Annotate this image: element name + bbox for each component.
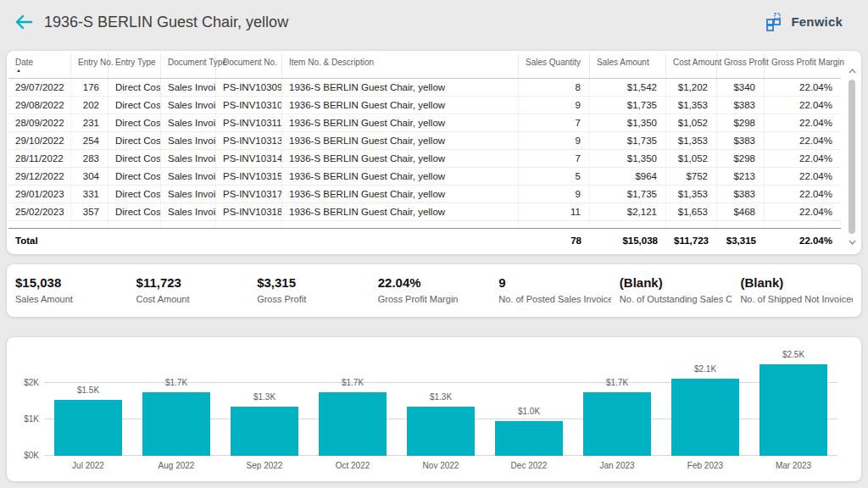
table-row[interactable]: 28/11/2022283Direct CostSales InvoicePS-…	[8, 150, 841, 168]
column-header-document-no[interactable]: Document No.	[216, 53, 282, 78]
bar-group-feb-2023[interactable]: $2.1K	[661, 364, 749, 456]
column-header-gross-profit[interactable]: Gross Profit	[717, 53, 765, 78]
cell-gross-profit-margin: 22.04%	[765, 97, 841, 114]
bar-group-mar-2023[interactable]: $2.5K	[749, 350, 837, 456]
cell-gross-profit-margin: 22.04%	[765, 168, 841, 185]
cell-clipped	[666, 221, 717, 228]
cell-document-type: Sales Invoice	[161, 79, 216, 96]
back-button[interactable]	[11, 9, 36, 35]
column-header-item-no-description[interactable]: Item No. & Description	[282, 53, 519, 78]
table-row[interactable]: 29/10/2022254Direct CostSales InvoicePS-…	[8, 132, 841, 150]
x-axis-label-aug-2022: Aug 2022	[132, 461, 220, 470]
cell-document-no: PS-INV103170	[216, 186, 282, 202]
bar-group-sep-2022[interactable]: $1.3K	[220, 392, 309, 456]
table-row[interactable]: 28/09/2022231Direct CostSales InvoicePS-…	[8, 114, 841, 132]
cell-gross-profit: $298	[717, 150, 765, 167]
x-axis-label-mar-2023: Mar 2023	[749, 461, 837, 470]
bar-data-label: $1.7K	[606, 378, 628, 387]
total-sales-quantity: 78	[519, 229, 590, 252]
column-header-entry-type[interactable]: Entry Type	[108, 53, 161, 78]
cell-gross-profit: $298	[717, 114, 765, 131]
column-header-sales-amount[interactable]: Sales Amount	[590, 53, 666, 78]
bar-oct-2022[interactable]	[319, 392, 387, 456]
bar-data-label: $2.5K	[782, 350, 804, 359]
bar-jul-2022[interactable]	[54, 400, 122, 456]
cell-entry-no: 231	[71, 114, 108, 131]
cell-entry-no: 176	[71, 79, 108, 96]
table-row[interactable]: 29/12/2022304Direct CostSales InvoicePS-…	[8, 168, 841, 186]
cell-date: 29/08/2022	[8, 97, 71, 114]
scrollbar-thumb[interactable]	[849, 80, 855, 234]
sales-amount-bar-chart-card: $0K$1K$2K $1.5K$1.7K$1.3K$1.7K$1.3K$1.0K…	[7, 337, 861, 481]
cell-clipped	[282, 221, 519, 228]
cell-entry-type: Direct Cost	[108, 79, 161, 96]
bar-feb-2023[interactable]	[671, 379, 739, 456]
cell-gross-profit-margin: 22.04%	[765, 203, 841, 220]
cell-document-type: Sales Invoice	[161, 203, 216, 220]
bar-dec-2022[interactable]	[495, 421, 563, 456]
table-scrollbar[interactable]	[847, 66, 857, 247]
cell-item-no-description: 1936-S BERLIN Guest Chair, yellow	[282, 79, 519, 96]
bar-mar-2023[interactable]	[760, 364, 827, 456]
bar-sep-2022[interactable]	[231, 407, 298, 456]
cell-entry-type: Direct Cost	[108, 203, 161, 220]
kpi-no-of-posted-sales-invoices: 9No. of Posted Sales Invoices	[498, 275, 620, 317]
scroll-down-icon[interactable]	[847, 237, 857, 247]
top-bar: 1936-S BERLIN Guest Chair, yellow Fenwic…	[0, 0, 868, 44]
table-row[interactable]: 29/08/2022202Direct CostSales InvoicePS-…	[8, 97, 841, 114]
cell-entry-no: 357	[71, 203, 108, 220]
cell-document-no: PS-INV103117	[216, 114, 282, 131]
cell-document-no: PS-INV103155	[216, 168, 282, 185]
bar-group-aug-2022[interactable]: $1.7K	[132, 378, 220, 456]
bar-group-dec-2022[interactable]: $1.0K	[485, 407, 573, 456]
cell-gross-profit: $383	[717, 186, 765, 202]
column-header-date[interactable]: Date▲	[8, 53, 71, 78]
table-total-row: Total78$15,038$11,723$3,31522.04%	[8, 228, 841, 252]
cell-entry-no: 254	[71, 132, 108, 149]
kpi-value: $15,038	[15, 275, 128, 290]
bar-group-jul-2022[interactable]: $1.5K	[44, 385, 132, 456]
column-header-cost-amount[interactable]: Cost Amount	[666, 53, 717, 78]
scroll-up-icon[interactable]	[847, 66, 857, 76]
kpi-value: 9	[498, 275, 611, 290]
cell-sales-quantity: 9	[519, 97, 590, 114]
cell-clipped	[161, 221, 216, 228]
cell-entry-type: Direct Cost	[108, 114, 161, 131]
cell-clipped	[519, 221, 590, 228]
bar-aug-2022[interactable]	[142, 392, 210, 456]
cell-document-no: PS-INV103104	[216, 97, 282, 114]
bar-group-nov-2022[interactable]: $1.3K	[397, 392, 485, 456]
bar-data-label: $1.7K	[165, 378, 187, 387]
total-cost-amount: $11,723	[666, 229, 717, 252]
cell-sales-quantity: 7	[519, 150, 590, 167]
cell-item-no-description: 1936-S BERLIN Guest Chair, yellow	[282, 168, 519, 185]
cell-document-type: Sales Invoice	[161, 114, 216, 131]
cell-sales-amount: $2,121	[590, 203, 666, 220]
y-tick-label: $1K	[10, 414, 39, 424]
bar-group-oct-2022[interactable]: $1.7K	[309, 378, 397, 456]
column-header-entry-no[interactable]: Entry No.	[71, 53, 108, 78]
cell-gross-profit-margin: 22.04%	[765, 186, 841, 202]
column-header-gross-profit-margin[interactable]: Gross Profit Margin	[765, 53, 841, 78]
column-header-document-type[interactable]: Document Type	[161, 53, 216, 78]
cell-sales-amount: $1,350	[590, 114, 666, 131]
table-row[interactable]: 25/02/2023357Direct CostSales InvoicePS-…	[8, 203, 841, 221]
bar-group-jan-2023[interactable]: $1.7K	[573, 378, 661, 456]
kpi-label: Sales Amount	[15, 294, 128, 304]
kpi-value: (Blank)	[620, 275, 732, 290]
table-row[interactable]: 29/01/2023331Direct CostSales InvoicePS-…	[8, 186, 841, 203]
cell-document-type: Sales Invoice	[161, 168, 216, 185]
bar-jan-2023[interactable]	[583, 392, 651, 456]
kpi-value: $11,723	[136, 275, 249, 290]
bar-nov-2022[interactable]	[407, 407, 475, 456]
column-header-sales-quantity[interactable]: Sales Quantity	[519, 53, 590, 78]
cell-sales-amount: $1,735	[590, 132, 666, 149]
page-title: 1936-S BERLIN Guest Chair, yellow	[44, 14, 288, 31]
table-row[interactable]: 29/07/2022176Direct CostSales InvoicePS-…	[8, 79, 841, 97]
cell-gross-profit: $340	[717, 79, 765, 96]
cell-sales-quantity: 9	[519, 186, 590, 202]
cell-entry-no: 331	[71, 186, 108, 202]
total-gross-profit-margin: 22.04%	[765, 229, 841, 252]
kpi-strip-card: $15,038Sales Amount$11,723Cost Amount$3,…	[7, 264, 861, 317]
cell-gross-profit: $383	[717, 132, 765, 149]
